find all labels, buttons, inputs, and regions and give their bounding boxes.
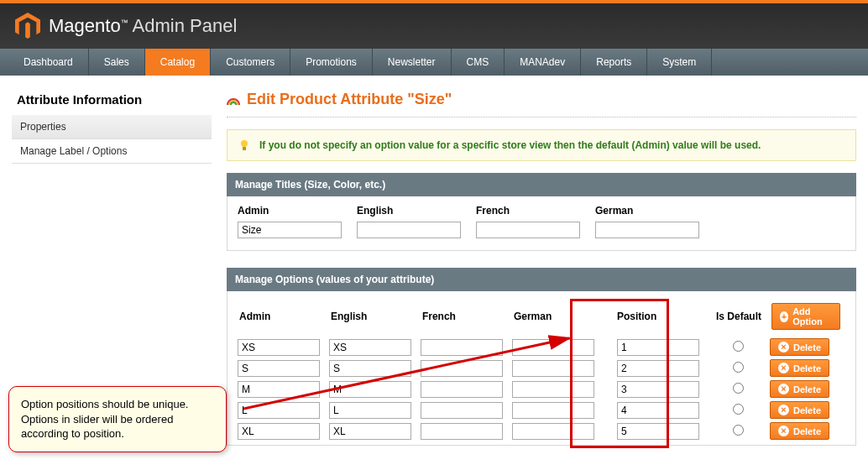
option-input-english[interactable]	[329, 381, 411, 398]
option-input-german[interactable]	[512, 360, 594, 377]
option-input-english[interactable]	[329, 360, 411, 377]
option-input-admin[interactable]	[238, 360, 320, 377]
titles-label-french: French	[476, 205, 580, 217]
annotation-callout: Option positions should be unique. Optio…	[8, 386, 227, 452]
x-icon: ×	[778, 405, 789, 415]
nav-item-dashboard[interactable]: Dashboard	[8, 49, 89, 76]
rainbow-icon	[227, 93, 240, 107]
option-input-english[interactable]	[329, 339, 411, 356]
options-col-is-default: Is Default	[709, 300, 770, 337]
option-input-french[interactable]	[421, 381, 503, 398]
option-input-french[interactable]	[421, 339, 503, 356]
option-row: ×Delete	[238, 379, 845, 400]
delete-button[interactable]: ×Delete	[770, 422, 829, 440]
sidebar-item-properties[interactable]: Properties	[12, 115, 212, 139]
is-default-radio[interactable]	[733, 383, 744, 394]
options-section-body: AdminEnglishFrenchGermanPositionIs Defau…	[227, 291, 856, 446]
options-table: AdminEnglishFrenchGermanPositionIs Defau…	[238, 300, 845, 441]
titles-section-head: Manage Titles (Size, Color, etc.)	[227, 173, 856, 196]
option-input-position[interactable]	[617, 381, 699, 398]
option-input-english[interactable]	[329, 402, 411, 419]
lightbulb-icon	[238, 138, 251, 152]
sidebar-title: Attribute Information	[12, 86, 212, 115]
nav-item-sales[interactable]: Sales	[89, 49, 145, 76]
option-input-english[interactable]	[329, 423, 411, 440]
titles-label-admin: Admin	[238, 205, 342, 217]
page-title: Edit Product Attribute "Size"	[227, 86, 856, 118]
option-input-admin[interactable]	[238, 381, 320, 398]
delete-button[interactable]: ×Delete	[770, 359, 829, 377]
titles-input-french[interactable]	[476, 222, 580, 238]
option-input-french[interactable]	[421, 423, 503, 440]
options-col-english: English	[329, 300, 421, 337]
x-icon: ×	[778, 384, 789, 394]
option-input-german[interactable]	[512, 339, 594, 356]
nav-item-promotions[interactable]: Promotions	[290, 49, 373, 76]
brand-title: Magento™ Admin Panel	[49, 15, 237, 37]
options-section-head: Manage Options (values of your attribute…	[227, 268, 856, 291]
is-default-radio[interactable]	[733, 404, 744, 415]
option-input-admin[interactable]	[238, 402, 320, 419]
nav-item-newsletter[interactable]: Newsletter	[373, 49, 452, 76]
option-input-position[interactable]	[617, 402, 699, 419]
sidebar-item-manage-label-options[interactable]: Manage Label / Options	[12, 139, 212, 164]
options-col-german: German	[512, 300, 604, 337]
options-col-french: French	[421, 300, 512, 337]
x-icon: ×	[778, 342, 789, 352]
nav-item-manadev[interactable]: MANAdev	[505, 49, 581, 76]
plus-icon: +	[780, 311, 788, 322]
is-default-radio[interactable]	[733, 341, 744, 352]
nav-item-customers[interactable]: Customers	[211, 49, 290, 76]
option-input-german[interactable]	[512, 402, 594, 419]
titles-input-german[interactable]	[595, 222, 699, 238]
option-row: ×Delete	[238, 337, 845, 358]
options-col-position: Position	[604, 300, 709, 337]
header: Magento™ Admin Panel	[0, 3, 868, 49]
nav-item-system[interactable]: System	[647, 49, 712, 76]
delete-button[interactable]: ×Delete	[770, 401, 829, 419]
titles-input-english[interactable]	[357, 222, 461, 238]
svg-rect-1	[243, 147, 246, 150]
option-row: ×Delete	[238, 358, 845, 379]
nav-item-catalog[interactable]: Catalog	[145, 49, 211, 76]
option-input-french[interactable]	[421, 402, 503, 419]
notice-box: If you do not specify an option value fo…	[227, 129, 856, 161]
titles-section-body: AdminEnglishFrenchGerman	[227, 196, 856, 251]
is-default-radio[interactable]	[733, 362, 744, 373]
option-input-french[interactable]	[421, 360, 503, 377]
titles-label-english: English	[357, 205, 461, 217]
nav-item-reports[interactable]: Reports	[581, 49, 647, 76]
option-input-position[interactable]	[617, 339, 699, 356]
main-nav: DashboardSalesCatalogCustomersPromotions…	[0, 49, 868, 76]
options-col-admin: Admin	[238, 300, 329, 337]
option-input-german[interactable]	[512, 381, 594, 398]
delete-button[interactable]: ×Delete	[770, 380, 829, 398]
delete-button[interactable]: ×Delete	[770, 338, 829, 356]
option-input-admin[interactable]	[238, 423, 320, 440]
option-input-position[interactable]	[617, 423, 699, 440]
x-icon: ×	[778, 363, 789, 373]
option-input-position[interactable]	[617, 360, 699, 377]
content: Edit Product Attribute "Size" If you do …	[227, 86, 856, 462]
magento-logo-icon	[15, 13, 40, 39]
nav-item-cms[interactable]: CMS	[452, 49, 505, 76]
option-row: ×Delete	[238, 400, 845, 420]
option-input-german[interactable]	[512, 423, 594, 440]
titles-input-admin[interactable]	[238, 222, 342, 238]
option-row: ×Delete	[238, 420, 845, 441]
x-icon: ×	[778, 426, 789, 436]
is-default-radio[interactable]	[733, 425, 744, 436]
option-input-admin[interactable]	[238, 339, 320, 356]
add-option-button[interactable]: +Add Option	[771, 303, 840, 330]
svg-point-0	[241, 140, 248, 147]
titles-label-german: German	[595, 205, 699, 217]
